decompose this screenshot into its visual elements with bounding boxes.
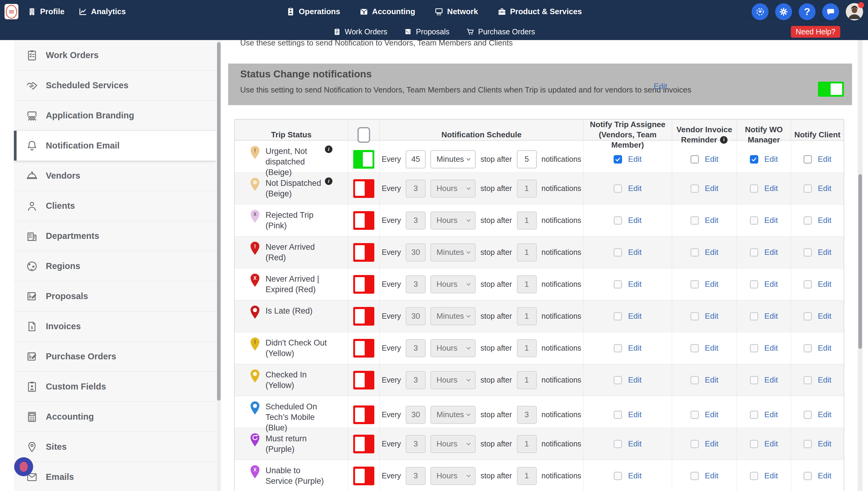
- interval-input[interactable]: 3: [406, 371, 425, 389]
- status-notification-toggle[interactable]: [353, 467, 374, 485]
- sidebar-item-clients[interactable]: Clients: [14, 191, 216, 221]
- notify-assignee-edit-link[interactable]: Edit: [628, 312, 642, 321]
- notify-client-checkbox[interactable]: [804, 184, 812, 193]
- notify-client-edit-link[interactable]: Edit: [818, 280, 832, 289]
- notify-assignee-edit-link[interactable]: Edit: [628, 216, 642, 225]
- sidebar-item-departments[interactable]: Departments: [14, 221, 216, 251]
- status-notification-toggle[interactable]: [353, 211, 374, 230]
- notify-assignee-edit-link[interactable]: Edit: [628, 184, 642, 193]
- vendor-invoice-reminder-edit-link[interactable]: Edit: [705, 410, 719, 419]
- notify-assignee-checkbox[interactable]: [614, 184, 622, 193]
- notify-assignee-checkbox[interactable]: [614, 344, 622, 352]
- notify-client-checkbox[interactable]: [804, 216, 812, 225]
- interval-unit-select[interactable]: Minutes: [430, 406, 476, 424]
- notify-client-checkbox[interactable]: [804, 155, 812, 164]
- status-notification-toggle[interactable]: [353, 179, 374, 198]
- interval-input[interactable]: 3: [406, 275, 425, 293]
- stop-after-input[interactable]: 3: [517, 406, 537, 424]
- notify-assignee-edit-link[interactable]: Edit: [628, 248, 642, 257]
- notify-client-checkbox[interactable]: [804, 472, 812, 480]
- notify-wo-manager-edit-link[interactable]: Edit: [764, 471, 778, 481]
- notify-wo-manager-edit-link[interactable]: Edit: [764, 154, 778, 164]
- interval-input[interactable]: 3: [406, 467, 425, 485]
- notify-wo-manager-edit-link[interactable]: Edit: [764, 216, 778, 225]
- status-change-master-toggle[interactable]: [818, 82, 844, 97]
- notify-client-edit-link[interactable]: Edit: [818, 184, 832, 193]
- app-logo[interactable]: [4, 4, 18, 19]
- stop-after-input[interactable]: 1: [517, 275, 537, 293]
- nav-item-profile[interactable]: Profile: [27, 7, 64, 16]
- interval-input[interactable]: 30: [406, 307, 425, 325]
- sidebar-item-scheduled-services[interactable]: Scheduled Services: [14, 70, 216, 100]
- vendor-invoice-reminder-edit-link[interactable]: Edit: [705, 343, 719, 353]
- notify-assignee-checkbox[interactable]: [614, 440, 622, 448]
- notify-client-checkbox[interactable]: [804, 376, 812, 384]
- stop-after-input[interactable]: 1: [517, 371, 537, 389]
- stop-after-input[interactable]: 1: [517, 467, 537, 485]
- notify-assignee-edit-link[interactable]: Edit: [628, 343, 642, 353]
- notify-client-edit-link[interactable]: Edit: [818, 410, 832, 419]
- nav-item-accounting[interactable]: $Accounting: [360, 7, 415, 16]
- status-notification-toggle[interactable]: [353, 371, 374, 389]
- interval-unit-select[interactable]: Hours: [430, 275, 476, 293]
- notify-client-checkbox[interactable]: [804, 344, 812, 352]
- need-help-button[interactable]: Need Help?: [791, 26, 840, 38]
- status-notification-toggle[interactable]: [353, 339, 374, 357]
- nav-item-proposals[interactable]: $Proposals: [404, 27, 449, 36]
- vendor-invoice-reminder-edit-link[interactable]: Edit: [705, 375, 719, 385]
- user-avatar[interactable]: [846, 3, 863, 21]
- sidebar-item-vendors[interactable]: Vendors: [14, 161, 216, 191]
- nav-item-purchase-orders[interactable]: Purchase Orders: [466, 27, 535, 36]
- notify-client-edit-link[interactable]: Edit: [818, 375, 832, 385]
- sidebar-item-notification-email[interactable]: Notification Email: [14, 131, 216, 161]
- vendor-invoice-reminder-edit-link[interactable]: Edit: [705, 312, 719, 321]
- interval-unit-select[interactable]: Minutes: [430, 243, 476, 261]
- interval-input[interactable]: 3: [406, 211, 425, 230]
- sidebar-item-proposals[interactable]: $Proposals: [14, 281, 216, 312]
- interval-unit-select[interactable]: Hours: [430, 179, 476, 198]
- notify-client-checkbox[interactable]: [804, 411, 812, 419]
- notify-wo-manager-checkbox[interactable]: [750, 440, 758, 448]
- master-checkbox[interactable]: [358, 127, 370, 143]
- sidebar-item-sites[interactable]: Sites: [14, 432, 216, 462]
- notify-client-edit-link[interactable]: Edit: [818, 343, 832, 353]
- interval-unit-select[interactable]: Hours: [430, 371, 476, 389]
- sidebar-item-purchase-orders[interactable]: $Purchase Orders: [14, 342, 216, 372]
- notify-assignee-edit-link[interactable]: Edit: [628, 439, 642, 449]
- vendor-invoice-reminder-checkbox[interactable]: [691, 312, 699, 320]
- sidebar-item-work-orders[interactable]: Work Orders: [14, 40, 216, 70]
- notify-client-checkbox[interactable]: [804, 280, 812, 289]
- help-button[interactable]: ?: [799, 3, 816, 20]
- settings-button[interactable]: [775, 3, 792, 20]
- notify-wo-manager-edit-link[interactable]: Edit: [764, 439, 778, 449]
- status-notification-toggle[interactable]: [353, 307, 374, 326]
- notify-wo-manager-checkbox[interactable]: [750, 376, 758, 384]
- interval-input[interactable]: 3: [406, 339, 425, 357]
- notify-wo-manager-checkbox[interactable]: [750, 411, 758, 419]
- notify-wo-manager-checkbox[interactable]: [750, 280, 758, 289]
- sidebar-item-invoices[interactable]: $Invoices: [14, 312, 216, 342]
- vendor-invoice-reminder-edit-link[interactable]: Edit: [705, 216, 719, 225]
- stop-after-input[interactable]: 1: [517, 339, 537, 357]
- interval-input[interactable]: 45: [406, 150, 425, 168]
- vendor-invoice-reminder-checkbox[interactable]: [691, 411, 699, 419]
- stop-after-input[interactable]: 1: [517, 179, 537, 198]
- status-notification-toggle[interactable]: [353, 150, 374, 169]
- notify-client-checkbox[interactable]: [804, 440, 812, 448]
- notify-assignee-checkbox[interactable]: [614, 280, 622, 289]
- interval-input[interactable]: 30: [406, 406, 425, 424]
- interval-unit-select[interactable]: Minutes: [430, 150, 476, 168]
- vendor-invoice-reminder-edit-link[interactable]: Edit: [705, 471, 719, 481]
- notify-wo-manager-edit-link[interactable]: Edit: [764, 248, 778, 257]
- vendor-invoice-reminder-edit-link[interactable]: Edit: [705, 154, 719, 164]
- stop-after-input[interactable]: 1: [517, 211, 537, 230]
- interval-unit-select[interactable]: Hours: [430, 467, 476, 485]
- status-notification-toggle[interactable]: [353, 405, 374, 424]
- notify-client-checkbox[interactable]: [804, 248, 812, 257]
- notify-wo-manager-checkbox[interactable]: [750, 248, 758, 257]
- notify-assignee-checkbox[interactable]: [614, 248, 622, 257]
- notify-wo-manager-edit-link[interactable]: Edit: [764, 375, 778, 385]
- vendor-invoice-reminder-edit-link[interactable]: Edit: [705, 280, 719, 289]
- notify-wo-manager-edit-link[interactable]: Edit: [764, 312, 778, 321]
- stop-after-input[interactable]: 1: [517, 243, 537, 261]
